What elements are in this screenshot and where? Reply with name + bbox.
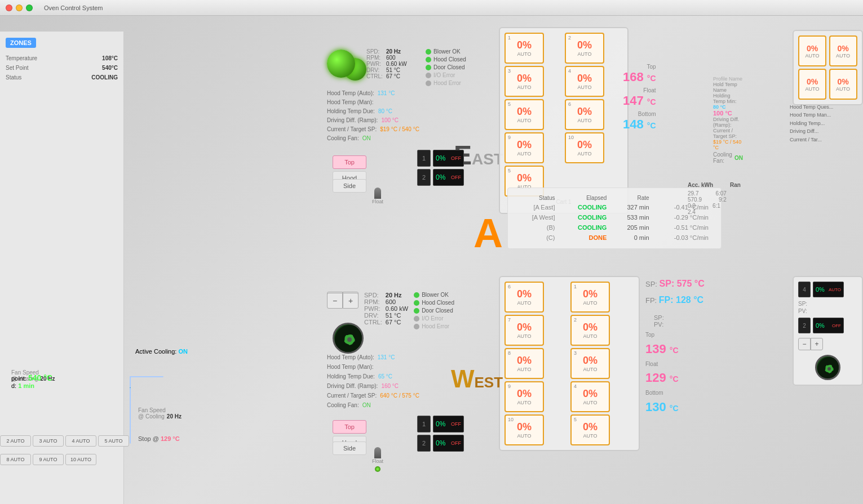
far-right-cell-2[interactable]: 0% AUTO [829, 35, 857, 66]
west-ctrl-label: CTRL: [364, 319, 382, 325]
auto-btn-8[interactable]: 8 AUTO [0, 454, 31, 465]
auto-btn-4[interactable]: 4 AUTO [65, 435, 96, 447]
west-spd-label: SPD: [364, 292, 382, 298]
west-zone-sp-pv: SP: PV: [654, 314, 664, 328]
far-right-decrease[interactable]: − [798, 338, 811, 350]
west-fp-label: FP: [645, 296, 659, 305]
east-top-temps: Top 168 °C Float 147 °C Bottom 148 °C [623, 64, 656, 132]
west-cart-panel: 6 0% AUTO 1 0% AUTO 7 0% AUTO 2 0% A [499, 276, 640, 451]
west-cart-grid: 6 0% AUTO 1 0% AUTO 7 0% AUTO 2 0% A [504, 282, 634, 445]
far-right-cell-4[interactable]: 0% AUTO [829, 69, 857, 100]
west-cell-2[interactable]: 2 0% AUTO [570, 315, 610, 346]
east-cell-6[interactable]: 6 0% AUTO [565, 99, 604, 130]
east-tab-top[interactable]: Top [333, 155, 366, 169]
west-float-indicator: Float [372, 447, 383, 472]
east-cell-4[interactable]: 4 0% AUTO [565, 66, 604, 97]
east-door-closed-dot [426, 65, 431, 70]
svg-point-1 [347, 337, 352, 342]
setpoint-label: point: [11, 375, 26, 382]
west-cell-1[interactable]: 1 0% AUTO [570, 282, 610, 313]
west-sp-fp-panel: SP: SP: 575 °C FP: FP: 128 °C [645, 276, 705, 309]
east-bottom-label: Bottom [638, 111, 656, 117]
west-pwr-val: 0.60 kW [386, 305, 408, 312]
close-button[interactable] [6, 5, 12, 11]
east-prog-1-num: 1 [417, 150, 431, 167]
west-cell-4[interactable]: 4 0% AUTO [570, 381, 610, 412]
east-prog-2-num: 2 [417, 169, 431, 186]
hold-val: 1 min [18, 382, 34, 389]
east-cell-3[interactable]: 3 0% AUTO [504, 66, 544, 97]
west-float-temp-val: 129 °C [645, 368, 679, 387]
east-increase-btn[interactable]: + [343, 293, 359, 309]
east-cell-2[interactable]: 2 0% AUTO [565, 33, 604, 64]
auto-buttons-row1: 2 AUTO 3 AUTO 4 AUTO 5 AUTO [0, 435, 129, 447]
auto-buttons-row2: 8 AUTO 9 AUTO 10 AUTO [0, 454, 96, 465]
east-info-panel: Hood Temp (Auto): 131 °C Hood Temp (Man)… [327, 89, 419, 143]
west-cell-6[interactable]: 6 0% AUTO [504, 282, 544, 313]
rate-header: Rate [611, 194, 653, 202]
far-right-fan-icon [815, 355, 840, 380]
far-right-cell-1[interactable]: 0% AUTO [798, 35, 826, 66]
west-cell-5[interactable]: 5 0% AUTO [570, 414, 610, 445]
west-prog-1-num: 1 [417, 416, 431, 432]
west-prog-2-display: 0% OFF [433, 435, 464, 452]
west-rpm-val: 600 [386, 298, 408, 305]
maximize-button[interactable] [26, 5, 33, 11]
east-cell-1[interactable]: 1 0% AUTO [504, 33, 544, 64]
ran-row-2: 9:2 [719, 197, 727, 203]
east-cell-5[interactable]: 5 0% AUTO [504, 99, 544, 130]
east-spd-info: SPD: 20 Hz RPM: 600 PWR: 0.60 kW DRV: 51… [366, 48, 407, 79]
west-drv-label: DRV: [364, 312, 382, 319]
auto-btn-5[interactable]: 5 AUTO [98, 435, 129, 447]
far-right-cell-3[interactable]: 0% AUTO [798, 69, 826, 100]
west-cell-10[interactable]: 10 0% AUTO [504, 414, 544, 445]
auto-btn-9[interactable]: 9 AUTO [33, 454, 64, 465]
west-cell-7[interactable]: 7 0% AUTO [504, 315, 544, 346]
west-cell-3[interactable]: 3 0% AUTO [570, 348, 610, 379]
far-right-prog-2-num: 2 [798, 318, 811, 333]
west-door-closed-label: Door Closed [422, 307, 453, 314]
east-hood-error-dot [426, 81, 431, 86]
east-cart-grid: 1 0% AUTO 2 0% AUTO 3 0% AUTO 4 0% [504, 33, 623, 197]
east-tab-side[interactable]: Side [333, 179, 366, 193]
status-row-a-east: [A East] COOLING 327 min -0.41 °C/min [516, 202, 713, 212]
west-tab-side[interactable]: Side [333, 441, 366, 455]
at-cooling-val: 20 Hz [167, 413, 182, 420]
west-cell-8[interactable]: 8 0% AUTO [504, 348, 544, 379]
west-status-dots: Blower OK Hood Closed Door Closed I/O Er… [414, 292, 454, 329]
east-cell-9[interactable]: 9 0% AUTO [504, 132, 544, 163]
acc-row-3: 0.0 [688, 203, 696, 209]
auto-btn-10[interactable]: 10 AUTO [65, 454, 96, 465]
west-cell-9[interactable]: 9 0% AUTO [504, 381, 544, 412]
acc-row-2: 570.9 [688, 197, 702, 203]
west-ctrl-val: 67 °C [386, 319, 408, 325]
at-cooling-label: @ Cooling [138, 413, 165, 420]
west-tab-side-container: Side [333, 441, 366, 455]
west-prog-1-display: 0% OFF [433, 416, 464, 432]
west-big-label: WEST [451, 365, 503, 393]
status-header: Status [516, 194, 559, 202]
east-bottom-temp-val: 148 °C [623, 117, 656, 132]
west-hood-closed-dot [414, 300, 419, 306]
a-big-label: A [473, 210, 503, 256]
far-right-increase[interactable]: + [811, 338, 823, 350]
far-right-bottom-panel: 4 0% AUTO SP: PV: 2 0% OFF [793, 276, 863, 386]
status-row-a-west: [A West] COOLING 533 min -0.29 °C/min [516, 212, 713, 222]
west-tab-top[interactable]: Top [333, 420, 366, 434]
east-decrease-btn[interactable]: − [327, 293, 343, 309]
west-hood-error-dot [414, 324, 419, 329]
conn-line [130, 387, 131, 388]
auto-btn-2[interactable]: 2 AUTO [0, 435, 31, 447]
west-io-error-label: I/O Error [422, 315, 443, 322]
east-cell-10[interactable]: 10 0% AUTO [565, 132, 604, 163]
fan-speed-cooling-panel: Fan Speed @ Cooling 20 Hz [138, 407, 182, 420]
status-row-c: (C) DONE 0 min -0.03 °C/min [516, 233, 713, 243]
sidebar-active-tab[interactable]: ZONES [6, 38, 36, 48]
west-spd-info: SPD: 20 Hz RPM: 600 PWR: 0.60 kW DRV: 51… [364, 292, 408, 325]
east-door-closed-label: Door Closed [433, 64, 465, 70]
status-table: Status Elapsed Rate [A East] COOLING 327… [516, 194, 713, 243]
minimize-button[interactable] [16, 5, 23, 11]
east-io-error-label: I/O Error [433, 72, 455, 78]
west-sp-val: SP: 575 °C [660, 279, 705, 288]
auto-btn-3[interactable]: 3 AUTO [33, 435, 64, 447]
